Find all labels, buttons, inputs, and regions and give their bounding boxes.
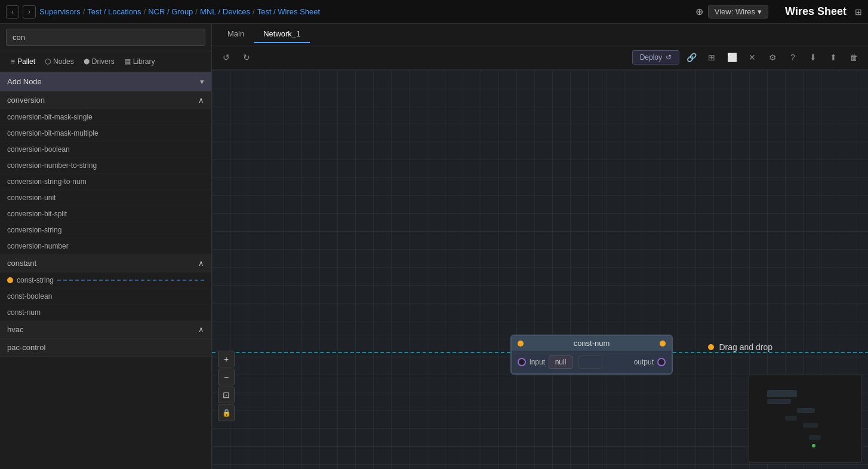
drivers-label: Drivers [92, 57, 115, 66]
main-layout: ≡ Pallet ⬡ Nodes ⬢ Drivers ▤ Library Add… [0, 24, 868, 469]
zoom-in-button[interactable]: + [218, 351, 235, 367]
node-top-left-dot [518, 341, 524, 347]
list-item[interactable]: conversion-bit-split [0, 206, 211, 222]
close-icon[interactable]: ✕ [744, 49, 761, 66]
view-label: View: Wires [715, 7, 755, 16]
canvas-area: Main Network_1 ↺ ↻ Deploy ↺ 🔗 ⊞ ⬜ ✕ ⚙ ? … [212, 24, 868, 469]
node-body: input null output [512, 351, 672, 373]
category-hvac[interactable]: hvac ∧ [0, 321, 211, 339]
wire-right [673, 352, 868, 353]
minimap-node-2 [767, 399, 791, 404]
category-hvac-collapse-icon: ∧ [198, 325, 204, 334]
const-string-connection-line [57, 280, 204, 281]
deploy-refresh-icon: ↺ [666, 53, 672, 62]
node-header: const-num [512, 336, 672, 351]
list-item[interactable]: conversion-string-to-num [0, 174, 211, 190]
list-item-const-string[interactable]: const-string [0, 272, 211, 289]
tab-bar: Main Network_1 [212, 24, 868, 45]
input-port-label: input [530, 358, 545, 366]
minimap-content [749, 375, 861, 462]
minimap-node-4 [785, 416, 797, 421]
category-constant[interactable]: constant ∧ [0, 255, 211, 272]
breadcrumb-supervisors[interactable]: Supervisors [39, 7, 81, 16]
add-node-arrow: ▾ [200, 77, 204, 86]
snap-icon[interactable]: ⬜ [724, 49, 740, 66]
minimap-node-5 [803, 423, 818, 428]
category-hvac-label: hvac [7, 325, 23, 334]
sidebar-item-drivers[interactable]: ⬢ Drivers [79, 55, 119, 68]
sidebar-item-library[interactable]: ▤ Library [119, 55, 160, 68]
sidebar-item-nodes[interactable]: ⬡ Nodes [40, 55, 79, 68]
minimap-node-3 [797, 408, 815, 413]
delete-icon[interactable]: 🗑 [845, 49, 862, 66]
category-pac-control[interactable]: pac-control [0, 339, 211, 357]
category-collapse-icon: ∧ [198, 96, 204, 105]
list-item-const-num[interactable]: const-num [0, 305, 211, 321]
settings-icon[interactable]: ⚙ [764, 49, 781, 66]
list-item-const-boolean[interactable]: const-boolean [0, 289, 211, 305]
input-port-value: null [549, 355, 572, 369]
list-item[interactable]: conversion-bit-mask-single [0, 109, 211, 125]
add-node-button[interactable]: Add Node ▾ [0, 72, 211, 91]
canvas[interactable]: const-num input null output Drag a [212, 70, 868, 469]
view-selector: ⊕ View: Wires ▾ Wires Sheet ⊞ [695, 5, 862, 19]
link-icon[interactable]: 🔗 [683, 49, 700, 66]
const-string-dot [7, 277, 13, 283]
nodes-label: Nodes [53, 57, 74, 66]
breadcrumb-group[interactable]: NCR / Group [148, 7, 193, 16]
list-item[interactable]: conversion-number [0, 238, 211, 255]
zoom-lock-button[interactable]: 🔒 [218, 404, 235, 421]
search-input[interactable] [6, 29, 205, 46]
node-list: conversion ∧ conversion-bit-mask-single … [0, 91, 211, 469]
list-item[interactable]: conversion-boolean [0, 142, 211, 158]
input-port[interactable] [518, 358, 526, 366]
minimap [749, 375, 862, 463]
grid-icon: ⊞ [855, 7, 862, 17]
list-item[interactable]: conversion-number-to-string [0, 158, 211, 174]
breadcrumb-wires-sheet[interactable]: Test / Wires Sheet [257, 7, 320, 16]
forward-button[interactable]: › [23, 5, 36, 19]
drag-dot [708, 344, 714, 350]
output-port[interactable] [657, 358, 666, 366]
minimap-node-6 [809, 435, 821, 440]
breadcrumb-devices[interactable]: MNL / Devices [200, 7, 250, 16]
target-icon: ⊕ [695, 6, 703, 17]
add-node-label: Add Node [7, 77, 42, 86]
category-constant-label: constant [7, 259, 36, 268]
output-port-label: output [634, 358, 654, 366]
wire-left [212, 352, 510, 353]
const-num-node[interactable]: const-num input null output [510, 335, 673, 375]
help-icon[interactable]: ? [784, 49, 801, 66]
drag-drop-text: Drag and drop [719, 342, 772, 352]
zoom-fit-button[interactable]: ⊡ [218, 387, 235, 403]
category-pac-control-label: pac-control [7, 343, 45, 352]
drivers-icon: ⬢ [84, 57, 90, 66]
library-label: Library [133, 57, 155, 66]
category-conversion-label: conversion [7, 96, 45, 105]
list-item[interactable]: conversion-bit-mask-multiple [0, 125, 211, 142]
sidebar-item-pallet[interactable]: ≡ Pallet [6, 55, 40, 68]
search-bar [0, 24, 211, 51]
list-item[interactable]: conversion-unit [0, 190, 211, 206]
category-conversion[interactable]: conversion ∧ [0, 91, 211, 109]
node-top-right-dot [660, 341, 666, 347]
breadcrumb-locations[interactable]: Test / Locations [87, 7, 141, 16]
list-item[interactable]: conversion-string [0, 222, 211, 238]
deploy-button[interactable]: Deploy ↺ [632, 50, 679, 65]
view-dropdown[interactable]: View: Wires ▾ [708, 5, 768, 19]
undo-button[interactable]: ↺ [218, 49, 235, 66]
back-button[interactable]: ‹ [6, 5, 19, 19]
download-icon[interactable]: ⬇ [805, 49, 821, 66]
tab-main[interactable]: Main [218, 26, 254, 43]
drag-drop-hint: Drag and drop [708, 342, 772, 352]
redo-button[interactable]: ↻ [238, 49, 255, 66]
upload-icon[interactable]: ⬆ [825, 49, 842, 66]
tab-network1[interactable]: Network_1 [254, 26, 310, 43]
zoom-controls: + − ⊡ 🔒 [218, 351, 235, 421]
topbar: ‹ › Supervisors / Test / Locations / NCR… [0, 0, 868, 24]
arrange-icon[interactable]: ⊞ [703, 49, 720, 66]
chevron-down-icon: ▾ [758, 7, 762, 16]
sidebar: ≡ Pallet ⬡ Nodes ⬢ Drivers ▤ Library Add… [0, 24, 212, 469]
sidebar-nav: ≡ Pallet ⬡ Nodes ⬢ Drivers ▤ Library [0, 51, 211, 72]
zoom-out-button[interactable]: − [218, 369, 235, 385]
